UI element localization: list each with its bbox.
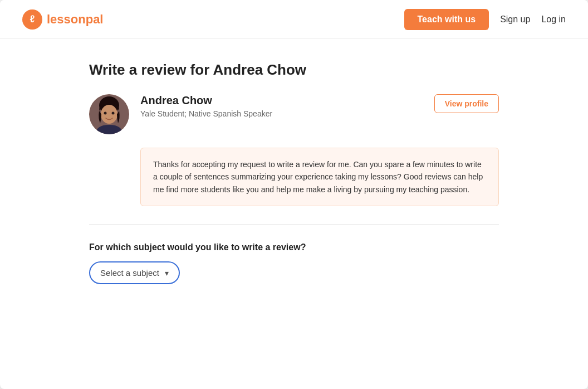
subject-select[interactable]: Select a subject ▾ <box>89 261 180 284</box>
section-divider <box>89 224 499 225</box>
svg-point-4 <box>112 112 115 115</box>
subject-question: For which subject would you like to writ… <box>89 242 499 252</box>
tutor-message: Thanks for accepting my request to write… <box>140 148 499 206</box>
view-profile-button[interactable]: View profile <box>434 94 499 113</box>
svg-point-2 <box>101 105 117 124</box>
logo-icon: ℓ <box>22 9 42 30</box>
avatar-image <box>89 94 129 134</box>
main-content: Write a review for Andrea Chow <box>0 39 588 389</box>
login-button[interactable]: Log in <box>541 14 566 25</box>
signup-button[interactable]: Sign up <box>500 14 530 25</box>
teach-with-us-button[interactable]: Teach with us <box>404 9 489 30</box>
tutor-card: Andrea Chow Yale Student; Native Spanish… <box>89 94 499 134</box>
subject-select-text: Select a subject <box>100 268 159 278</box>
tutor-info: Andrea Chow Yale Student; Native Spanish… <box>140 94 423 118</box>
header: ℓ lessonpal Teach with us Sign up Log in <box>0 0 588 39</box>
logo-text: lessonpal <box>47 12 103 27</box>
tutor-subtitle: Yale Student; Native Spanish Speaker <box>140 109 423 118</box>
chevron-down-icon: ▾ <box>165 269 169 278</box>
page-title: Write a review for Andrea Chow <box>89 61 499 79</box>
logo-area: ℓ lessonpal <box>22 9 103 30</box>
header-nav: Teach with us Sign up Log in <box>404 9 566 30</box>
svg-point-3 <box>104 112 107 115</box>
avatar <box>89 94 129 134</box>
tutor-name: Andrea Chow <box>140 94 423 107</box>
